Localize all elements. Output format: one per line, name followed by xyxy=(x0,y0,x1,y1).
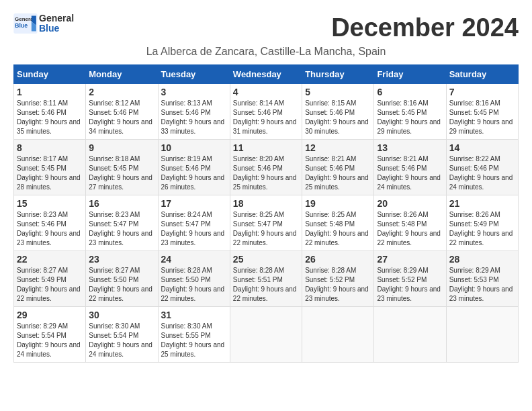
calendar-table: SundayMondayTuesdayWednesdayThursdayFrid… xyxy=(13,64,519,363)
day-info: Sunrise: 8:27 AM Sunset: 5:50 PM Dayligh… xyxy=(89,266,154,304)
day-number: 3 xyxy=(161,87,227,97)
day-info: Sunrise: 8:21 AM Sunset: 5:46 PM Dayligh… xyxy=(377,154,443,192)
day-number: 5 xyxy=(305,87,371,97)
calendar-cell: 18Sunrise: 8:25 AM Sunset: 5:47 PM Dayli… xyxy=(230,195,302,251)
day-info: Sunrise: 8:22 AM Sunset: 5:46 PM Dayligh… xyxy=(449,154,515,192)
calendar-cell: 24Sunrise: 8:28 AM Sunset: 5:50 PM Dayli… xyxy=(158,251,230,307)
day-info: Sunrise: 8:21 AM Sunset: 5:46 PM Dayligh… xyxy=(305,154,371,192)
day-header-saturday: Saturday xyxy=(446,65,518,84)
day-info: Sunrise: 8:13 AM Sunset: 5:46 PM Dayligh… xyxy=(161,99,227,136)
day-number: 19 xyxy=(305,198,371,209)
day-info: Sunrise: 8:23 AM Sunset: 5:46 PM Dayligh… xyxy=(17,210,83,248)
day-number: 9 xyxy=(89,142,154,153)
day-info: Sunrise: 8:28 AM Sunset: 5:52 PM Dayligh… xyxy=(305,266,371,304)
logo-blue-text: Blue xyxy=(39,24,74,34)
day-info: Sunrise: 8:28 AM Sunset: 5:50 PM Dayligh… xyxy=(161,266,227,304)
day-number: 4 xyxy=(233,87,299,97)
day-info: Sunrise: 8:25 AM Sunset: 5:48 PM Dayligh… xyxy=(305,210,371,248)
subtitle: La Alberca de Zancara, Castille-La Manch… xyxy=(13,46,519,58)
header: General Blue General Blue December 2024 xyxy=(13,13,519,42)
calendar-cell: 1Sunrise: 8:11 AM Sunset: 5:46 PM Daylig… xyxy=(14,84,86,140)
calendar-cell: 15Sunrise: 8:23 AM Sunset: 5:46 PM Dayli… xyxy=(14,195,86,251)
day-number: 18 xyxy=(233,198,299,209)
day-number: 25 xyxy=(233,254,299,265)
day-number: 8 xyxy=(17,142,83,153)
day-info: Sunrise: 8:26 AM Sunset: 5:49 PM Dayligh… xyxy=(449,210,515,248)
day-header-thursday: Thursday xyxy=(302,65,374,84)
calendar-cell: 28Sunrise: 8:29 AM Sunset: 5:53 PM Dayli… xyxy=(446,251,518,307)
day-header-friday: Friday xyxy=(374,65,446,84)
calendar-cell: 5Sunrise: 8:15 AM Sunset: 5:46 PM Daylig… xyxy=(302,84,374,140)
day-number: 7 xyxy=(449,87,515,97)
day-number: 28 xyxy=(449,254,515,265)
svg-text:Blue: Blue xyxy=(15,23,28,30)
calendar-cell xyxy=(374,307,446,363)
day-number: 31 xyxy=(161,310,227,320)
day-number: 12 xyxy=(305,142,371,153)
day-info: Sunrise: 8:23 AM Sunset: 5:47 PM Dayligh… xyxy=(89,210,154,248)
calendar-cell xyxy=(302,307,374,363)
month-title: December 2024 xyxy=(331,13,519,42)
day-info: Sunrise: 8:16 AM Sunset: 5:45 PM Dayligh… xyxy=(377,99,443,136)
day-info: Sunrise: 8:30 AM Sunset: 5:55 PM Dayligh… xyxy=(161,322,227,359)
day-info: Sunrise: 8:29 AM Sunset: 5:52 PM Dayligh… xyxy=(377,266,443,304)
calendar-cell: 13Sunrise: 8:21 AM Sunset: 5:46 PM Dayli… xyxy=(374,140,446,195)
day-number: 2 xyxy=(89,87,154,97)
day-info: Sunrise: 8:12 AM Sunset: 5:46 PM Dayligh… xyxy=(89,99,154,136)
day-number: 15 xyxy=(17,198,83,209)
day-info: Sunrise: 8:28 AM Sunset: 5:51 PM Dayligh… xyxy=(233,266,299,304)
calendar-cell: 16Sunrise: 8:23 AM Sunset: 5:47 PM Dayli… xyxy=(86,195,158,251)
day-info: Sunrise: 8:11 AM Sunset: 5:46 PM Dayligh… xyxy=(17,99,83,136)
day-info: Sunrise: 8:15 AM Sunset: 5:46 PM Dayligh… xyxy=(305,99,371,136)
day-number: 21 xyxy=(449,198,515,209)
calendar-week-row: 22Sunrise: 8:27 AM Sunset: 5:49 PM Dayli… xyxy=(14,251,519,307)
day-number: 26 xyxy=(305,254,371,265)
day-number: 20 xyxy=(377,198,443,209)
day-number: 30 xyxy=(89,310,154,320)
calendar-cell: 29Sunrise: 8:29 AM Sunset: 5:54 PM Dayli… xyxy=(14,307,86,363)
day-header-tuesday: Tuesday xyxy=(158,65,230,84)
calendar-cell: 8Sunrise: 8:17 AM Sunset: 5:45 PM Daylig… xyxy=(14,140,86,195)
calendar-cell: 4Sunrise: 8:14 AM Sunset: 5:46 PM Daylig… xyxy=(230,84,302,140)
calendar-cell: 12Sunrise: 8:21 AM Sunset: 5:46 PM Dayli… xyxy=(302,140,374,195)
day-number: 1 xyxy=(17,87,83,97)
calendar-cell: 9Sunrise: 8:18 AM Sunset: 5:45 PM Daylig… xyxy=(86,140,158,195)
day-number: 11 xyxy=(233,142,299,153)
calendar-cell: 6Sunrise: 8:16 AM Sunset: 5:45 PM Daylig… xyxy=(374,84,446,140)
calendar-week-row: 15Sunrise: 8:23 AM Sunset: 5:46 PM Dayli… xyxy=(14,195,519,251)
day-header-monday: Monday xyxy=(86,65,158,84)
calendar-cell: 25Sunrise: 8:28 AM Sunset: 5:51 PM Dayli… xyxy=(230,251,302,307)
day-number: 17 xyxy=(161,198,227,209)
day-info: Sunrise: 8:30 AM Sunset: 5:54 PM Dayligh… xyxy=(89,322,154,359)
day-info: Sunrise: 8:25 AM Sunset: 5:47 PM Dayligh… xyxy=(233,210,299,248)
calendar-cell: 17Sunrise: 8:24 AM Sunset: 5:47 PM Dayli… xyxy=(158,195,230,251)
day-header-wednesday: Wednesday xyxy=(230,65,302,84)
day-info: Sunrise: 8:17 AM Sunset: 5:45 PM Dayligh… xyxy=(17,154,83,192)
day-number: 29 xyxy=(17,310,83,320)
calendar-cell: 20Sunrise: 8:26 AM Sunset: 5:48 PM Dayli… xyxy=(374,195,446,251)
calendar-cell: 10Sunrise: 8:19 AM Sunset: 5:46 PM Dayli… xyxy=(158,140,230,195)
day-header-sunday: Sunday xyxy=(14,65,86,84)
calendar-header-row: SundayMondayTuesdayWednesdayThursdayFrid… xyxy=(14,65,519,84)
calendar-cell: 27Sunrise: 8:29 AM Sunset: 5:52 PM Dayli… xyxy=(374,251,446,307)
calendar-cell: 23Sunrise: 8:27 AM Sunset: 5:50 PM Dayli… xyxy=(86,251,158,307)
calendar-cell xyxy=(446,307,518,363)
calendar-cell: 22Sunrise: 8:27 AM Sunset: 5:49 PM Dayli… xyxy=(14,251,86,307)
day-number: 14 xyxy=(449,142,515,153)
calendar-cell: 7Sunrise: 8:16 AM Sunset: 5:45 PM Daylig… xyxy=(446,84,518,140)
page-wrapper: General Blue General Blue December 2024 … xyxy=(13,13,519,363)
day-number: 6 xyxy=(377,87,443,97)
day-number: 16 xyxy=(89,198,154,209)
calendar-cell: 30Sunrise: 8:30 AM Sunset: 5:54 PM Dayli… xyxy=(86,307,158,363)
day-info: Sunrise: 8:14 AM Sunset: 5:46 PM Dayligh… xyxy=(233,99,299,136)
day-number: 27 xyxy=(377,254,443,265)
day-info: Sunrise: 8:27 AM Sunset: 5:49 PM Dayligh… xyxy=(17,266,83,304)
calendar-cell: 31Sunrise: 8:30 AM Sunset: 5:55 PM Dayli… xyxy=(158,307,230,363)
day-info: Sunrise: 8:24 AM Sunset: 5:47 PM Dayligh… xyxy=(161,210,227,248)
day-info: Sunrise: 8:19 AM Sunset: 5:46 PM Dayligh… xyxy=(161,154,227,192)
calendar-cell: 11Sunrise: 8:20 AM Sunset: 5:46 PM Dayli… xyxy=(230,140,302,195)
calendar-cell: 19Sunrise: 8:25 AM Sunset: 5:48 PM Dayli… xyxy=(302,195,374,251)
day-number: 10 xyxy=(161,142,227,153)
day-info: Sunrise: 8:20 AM Sunset: 5:46 PM Dayligh… xyxy=(233,154,299,192)
day-info: Sunrise: 8:16 AM Sunset: 5:45 PM Dayligh… xyxy=(449,99,515,136)
